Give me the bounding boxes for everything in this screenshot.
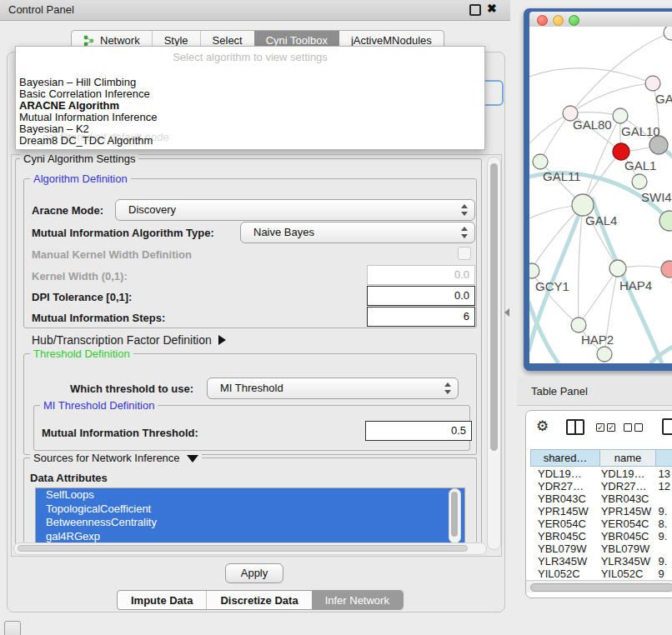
table-row[interactable]: YBL079WYBL079W (530, 542, 672, 555)
mi-type-label: Mutual Information Algorithm Type: (32, 227, 214, 239)
node-gal-pink[interactable] (645, 76, 660, 91)
table-row[interactable]: YIL052CYIL052C9 (530, 568, 672, 578)
dropdown-item-basic-correlation[interactable]: Basic Correlation Inference (19, 88, 150, 100)
settings-group-title: Cyni Algorithm Settings (20, 152, 138, 165)
sources-group-title[interactable]: Sources for Network Inference (30, 452, 202, 464)
split-panes-icon[interactable] (566, 419, 584, 435)
tab-discretize-data[interactable]: Discretize Data (206, 591, 311, 609)
node-gal11[interactable] (533, 154, 548, 169)
list-item-selfloops[interactable]: SelfLoops (36, 488, 464, 502)
label-gal11: GAL11 (543, 169, 581, 183)
manual-kernel-label: Manual Kernel Width Definition (32, 248, 192, 261)
label-gal: GAL (655, 92, 672, 106)
mi-threshold-label: Mutual Information Threshold: (42, 427, 198, 439)
table-panel-title: Table Panel (531, 385, 588, 398)
table-row[interactable]: YPR145WYPR145W9. (530, 505, 672, 518)
list-item-betweennesscentrality[interactable]: BetweennessCentrality (36, 516, 464, 530)
close-traffic-light-icon[interactable] (537, 15, 548, 26)
partial-toolbar-icon[interactable] (662, 418, 672, 435)
close-icon[interactable]: ✖ (487, 2, 497, 15)
mi-type-combobox[interactable]: Naive Bayes (240, 222, 475, 243)
list-item-topologicalcoefficient[interactable]: TopologicalCoefficient (36, 502, 464, 517)
stepper-arrows-icon (444, 382, 451, 395)
select-all-checkbox2-icon[interactable]: ✓ (607, 423, 615, 432)
label-swi4: SWI4 (641, 190, 672, 204)
label-gal4: GAL4 (585, 213, 617, 228)
dropdown-item-aracne[interactable]: ARACNE Algorithm (19, 99, 119, 112)
panel-divider-arrow[interactable] (504, 308, 509, 317)
tab-network-label: Network (100, 34, 140, 47)
dropdown-item-mutual-information[interactable]: Mutual Information Inference (19, 111, 157, 123)
dropdown-item-dream8[interactable]: Dream8 DC_TDC Algorithm (19, 134, 153, 147)
table-row[interactable]: YBR045CYBR045C9. (530, 530, 672, 542)
table-panel-titlebar: Table Panel (517, 377, 672, 406)
which-threshold-combobox[interactable]: MI Threshold (207, 378, 459, 399)
node-swi4[interactable] (632, 174, 647, 189)
kernel-width-field[interactable]: 0.0 (367, 265, 475, 285)
table-body: YDL19…YDL19…13 YDR27…YDR27…12 YBR043CYBR… (530, 468, 672, 578)
manual-kernel-checkbox[interactable] (458, 247, 471, 260)
label-hap2: HAP2 (581, 332, 614, 347)
network-view-window[interactable]: GAL GAL80 GAL10 GAL1 GAL11 SWI4 GAL4 GCY… (524, 8, 672, 371)
algorithm-dropdown-popup: Select algorithm to view settings gal fi… (15, 46, 485, 150)
column-header-shared[interactable]: shared… (530, 449, 600, 467)
which-threshold-label: Which threshold to use: (70, 382, 193, 395)
table-row[interactable]: YLR345WYLR345W9. (530, 555, 672, 568)
minimize-traffic-light-icon[interactable] (553, 15, 564, 26)
table-row[interactable]: YBR043CYBR043C (530, 492, 672, 505)
column-header-name[interactable]: name (600, 449, 656, 467)
node-hap2[interactable] (571, 318, 586, 332)
gear-icon[interactable]: ⚙ (536, 418, 549, 435)
kernel-width-label: Kernel Width (0,1): (32, 270, 128, 282)
stepper-arrows-icon (460, 203, 468, 217)
data-attributes-label: Data Attributes (30, 472, 108, 484)
table-hscrollbar[interactable] (526, 580, 672, 592)
dropdown-item-bayesian-hill[interactable]: Bayesian – Hill Climbing (19, 76, 136, 88)
select-all-checkbox-icon[interactable]: ✓ (596, 423, 604, 432)
node-gray[interactable] (649, 136, 668, 154)
network-canvas[interactable]: GAL GAL80 GAL10 GAL1 GAL11 SWI4 GAL4 GCY… (529, 27, 672, 363)
network-icon (83, 35, 95, 47)
hub-definition-toggle[interactable]: Hub/Transcription Factor Definition (32, 333, 226, 347)
algorithm-definition-title: Algorithm Definition (30, 172, 131, 185)
dropdown-item-bayesian-k2[interactable]: Bayesian – K2 (19, 122, 89, 135)
float-window-icon[interactable] (469, 4, 481, 16)
mi-steps-label: Mutual Information Steps: (32, 312, 165, 324)
label-gal80: GAL80 (573, 118, 612, 132)
tab-infer-network[interactable]: Infer Network (312, 591, 403, 609)
label-gal10: GAL10 (621, 124, 660, 138)
node-gcy1[interactable] (529, 263, 539, 278)
tab-impute-data[interactable]: Impute Data (118, 591, 206, 609)
node-partial-bottom[interactable] (597, 347, 612, 362)
dpi-tolerance-field[interactable]: 0.0 (367, 286, 475, 306)
deselect-checkbox-icon[interactable] (624, 423, 632, 432)
mi-threshold-field[interactable]: 0.5 (365, 421, 472, 441)
settings-vscrollbar[interactable] (487, 157, 501, 550)
label-gcy1: GCY1 (535, 279, 569, 293)
node-hap4[interactable] (609, 260, 626, 277)
table-panel-window: ⚙ ✓ ✓ shared… name YDL19…YDL19…13 YDR27…… (525, 410, 672, 598)
node-gal1-selected-red[interactable] (613, 143, 629, 160)
column-header-partial[interactable] (656, 449, 672, 467)
node-gal10[interactable] (613, 108, 628, 123)
node-partial-top[interactable] (664, 27, 672, 40)
label-gal1: GAL1 (624, 158, 656, 172)
settings-hscrollbar[interactable] (13, 542, 487, 555)
mi-steps-field[interactable]: 6 (367, 307, 475, 327)
zoom-traffic-light-icon[interactable] (569, 15, 579, 26)
table-row[interactable]: YDL19…YDL19…13 (530, 468, 672, 480)
dpi-tolerance-label: DPI Tolerance [0,1]: (32, 291, 132, 303)
mi-threshold-group-title: MI Threshold Definition (40, 399, 158, 412)
table-row[interactable]: YER054CYER054C8. (530, 518, 672, 530)
list-item-gal4rgexp[interactable]: gal4RGexp (36, 530, 464, 544)
apply-button[interactable]: Apply (225, 563, 283, 583)
attribute-list-scrollbar[interactable] (449, 488, 461, 543)
aracne-mode-combobox[interactable]: Discovery (115, 199, 475, 221)
network-window-titlebar[interactable] (529, 12, 672, 27)
collapse-right-arrow-icon (218, 335, 226, 345)
table-row[interactable]: YDR27…YDR27…12 (530, 480, 672, 492)
deselect-checkbox2-icon[interactable] (634, 423, 643, 432)
node-salmon[interactable] (661, 261, 672, 278)
stepper-arrows-icon (460, 226, 468, 239)
minimized-window-icon[interactable] (4, 621, 21, 635)
